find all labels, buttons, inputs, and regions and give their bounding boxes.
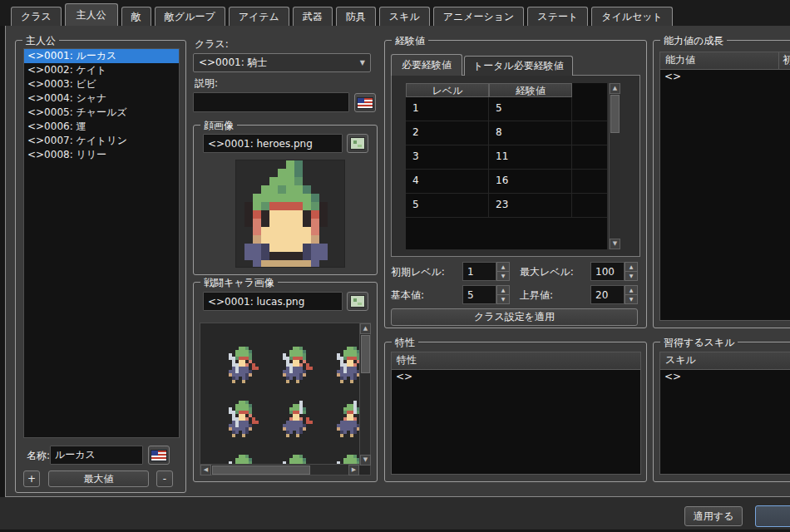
hero-list-item[interactable]: <>0007: ケイトリン: [24, 134, 179, 148]
increase-value-label: 上昇値:: [520, 288, 553, 303]
exp-table-cell[interactable]: 8: [489, 121, 572, 145]
vscroll-thumb[interactable]: [610, 95, 620, 133]
exp-table-cell[interactable]: 16: [489, 170, 572, 193]
scroll-right-icon[interactable]: ▶: [348, 465, 359, 475]
apply-button[interactable]: 適用する: [684, 506, 743, 526]
tab-weapons[interactable]: 武器: [293, 7, 333, 26]
spin-down-icon[interactable]: ▼: [625, 271, 638, 281]
exp-table-cell[interactable]: 4: [406, 170, 489, 193]
learned-skills-groupbox: 習得するスキル スキル <>: [653, 342, 790, 482]
exp-table-row[interactable]: 15: [406, 97, 607, 121]
hero-list-item[interactable]: <>0002: ケイト: [24, 63, 179, 77]
exp-subtab[interactable]: 必要経験値: [391, 54, 462, 76]
name-label: 名称:: [27, 446, 50, 466]
tab-items[interactable]: アイテム: [229, 7, 289, 26]
tab-states[interactable]: ステート: [527, 7, 588, 26]
exp-table-cell[interactable]: 11: [489, 145, 572, 169]
battler-sprite: [225, 455, 262, 464]
flag-icon: [358, 98, 373, 108]
remove-hero-button[interactable]: -: [156, 470, 173, 487]
scroll-down-icon[interactable]: ▼: [610, 239, 620, 249]
description-language-button[interactable]: [354, 93, 376, 112]
face-image-picker-button[interactable]: [347, 134, 368, 153]
add-hero-button[interactable]: +: [23, 470, 40, 487]
description-input[interactable]: [193, 92, 349, 112]
hero-list-item[interactable]: <>0001: ルーカス: [24, 49, 179, 63]
exp-table-row[interactable]: 523: [406, 194, 607, 218]
base-value-spinner: ▲ ▼: [462, 285, 510, 304]
max-count-button[interactable]: 最大値: [48, 470, 149, 487]
tab-skills[interactable]: スキル: [379, 7, 430, 26]
exp-table-cell[interactable]: 23: [489, 194, 572, 217]
hscroll-thumb[interactable]: [212, 466, 310, 475]
learned-skills-title: 習得するスキル: [660, 336, 738, 350]
skill-row[interactable]: <>: [660, 370, 790, 384]
database-tab-bar: クラス主人公敵敵グループアイテム武器防具スキルアニメーションステートタイルセット: [0, 0, 790, 26]
initial-level-input[interactable]: [462, 262, 496, 281]
name-language-button[interactable]: [148, 446, 170, 465]
scroll-up-icon[interactable]: ▲: [610, 83, 620, 94]
battler-image-title: 戦闘キャラ画像: [200, 276, 278, 290]
battler-sprite: [333, 401, 359, 441]
trait-row[interactable]: <>: [392, 370, 640, 384]
battler-sprite: [279, 455, 316, 464]
vscroll-thumb[interactable]: [361, 335, 370, 373]
spin-down-icon[interactable]: ▼: [496, 271, 510, 281]
name-input[interactable]: [50, 446, 143, 465]
face-file-input[interactable]: [203, 134, 343, 153]
hero-list-item[interactable]: <>0005: チャールズ: [24, 106, 179, 120]
exp-table-row[interactable]: 416: [406, 170, 607, 194]
battler-hscrollbar[interactable]: ◀ ▶: [200, 464, 359, 475]
exp-table-row[interactable]: 311: [406, 145, 607, 170]
tab-armor[interactable]: 防具: [336, 7, 376, 26]
tab-classes[interactable]: クラス: [11, 7, 62, 26]
ok-button-partial[interactable]: [755, 505, 790, 527]
growth-row[interactable]: <>: [660, 70, 790, 84]
stat-growth-header: 能力値 初期値: [660, 52, 790, 70]
class-label: クラス:: [195, 37, 229, 52]
scroll-up-icon[interactable]: ▲: [360, 323, 371, 334]
spin-down-icon[interactable]: ▼: [496, 294, 510, 304]
exp-table-cell[interactable]: 3: [406, 145, 489, 169]
battler-sprite-sheet: [200, 323, 359, 464]
exp-table-cell[interactable]: 2: [406, 121, 489, 145]
tab-enemy-groups[interactable]: 敵グループ: [155, 7, 225, 26]
battler-sprite-pixels: [279, 347, 283, 350]
battler-sprite: [279, 347, 316, 387]
spin-down-icon[interactable]: ▼: [625, 294, 638, 304]
description-label: 説明:: [195, 76, 218, 91]
initial-level-label: 初期レベル:: [391, 265, 445, 279]
max-level-label: 最大レベル:: [520, 265, 574, 279]
max-level-input[interactable]: [590, 262, 625, 281]
scroll-down-icon[interactable]: ▼: [360, 455, 371, 466]
skill-column-header: スキル: [660, 352, 790, 369]
class-select[interactable]: <>0001: 騎士 ▼: [193, 53, 371, 72]
exp-subtab[interactable]: トータル必要経験値: [464, 56, 573, 76]
stat-growth-title: 能力値の成長: [660, 34, 727, 48]
hero-list[interactable]: <>0001: ルーカス<>0002: ケイト<>0003: ビビ<>0004:…: [23, 48, 180, 438]
exp-table-row[interactable]: 28: [406, 121, 607, 145]
tab-heroes[interactable]: 主人公: [65, 3, 118, 26]
exp-table-cell[interactable]: 5: [489, 97, 572, 121]
tab-enemies[interactable]: 敵: [121, 7, 151, 26]
experience-vscrollbar[interactable]: ▲ ▼: [609, 83, 620, 249]
battler-image-picker-button[interactable]: [347, 292, 368, 311]
hero-list-item[interactable]: <>0004: シャナ: [24, 91, 179, 106]
scroll-left-icon[interactable]: ◀: [200, 465, 211, 475]
hero-list-item[interactable]: <>0006: 運: [24, 120, 179, 134]
battler-vscrollbar[interactable]: ▲ ▼: [359, 323, 370, 466]
hero-list-item[interactable]: <>0003: ビビ: [24, 77, 179, 91]
apply-class-settings-button[interactable]: クラス設定を適用: [391, 308, 638, 326]
tab-animations[interactable]: アニメーション: [433, 7, 525, 26]
image-icon: [351, 296, 364, 307]
traits-list-header: 特性: [392, 352, 640, 370]
increase-value-input[interactable]: [590, 285, 625, 304]
learned-skills-list: スキル <>: [659, 352, 790, 475]
tab-tilesets[interactable]: タイルセット: [591, 7, 673, 26]
base-value-input[interactable]: [462, 285, 496, 304]
exp-table-cell[interactable]: 5: [406, 194, 489, 217]
exp-table-cell[interactable]: 1: [406, 97, 489, 121]
battler-file-input[interactable]: [203, 292, 343, 311]
flag-icon: [151, 451, 166, 461]
hero-list-item[interactable]: <>0008: リリー: [24, 148, 179, 162]
